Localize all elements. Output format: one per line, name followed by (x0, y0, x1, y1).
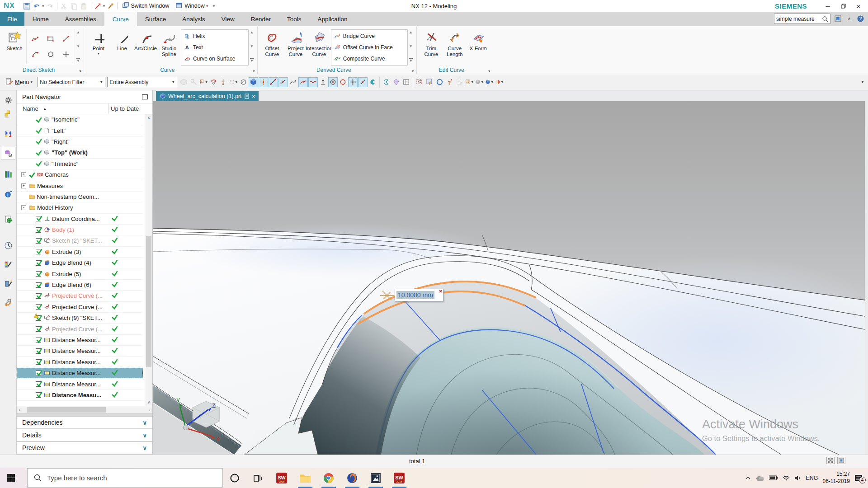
toolbar-handwin[interactable] (425, 77, 434, 87)
toolbar-shade[interactable]: ▼ (495, 77, 504, 87)
graphics-viewport[interactable]: X Y Z 10.0000 mm ✕ Activate Windows Go t… (153, 101, 868, 455)
ribbon-button-intersection-curve[interactable]: IntersectionCurve (307, 28, 331, 57)
tab-surface[interactable]: Surface (137, 12, 175, 26)
ribbon-list-item-helix[interactable]: Helix (184, 33, 245, 40)
toolbar-cubeblue[interactable]: ▼ (485, 77, 494, 87)
selection-scope-combo[interactable]: Entire Assembly▼ (107, 77, 177, 87)
tag-button[interactable] (94, 1, 103, 10)
start-button[interactable] (0, 468, 22, 488)
tree-row[interactable]: Projected Curve (... (17, 324, 143, 334)
tree-row[interactable]: Distance Measu... (17, 390, 143, 401)
toolbar-b-line[interactable] (269, 77, 278, 87)
ribbon-list-item-offset-curve-in-face[interactable]: Offset Curve in Face (334, 44, 405, 51)
toolbar-b-wave[interactable] (308, 77, 318, 87)
selection-filter-combo[interactable]: No Selection Filter▼ (38, 77, 105, 87)
fullscreen-icon[interactable] (834, 15, 842, 23)
panel-details[interactable]: Details∨ (17, 429, 152, 442)
toolbar-gridor[interactable]: ▼ (465, 77, 474, 87)
undo-button[interactable] (33, 1, 42, 10)
tree-horizontal-scrollbar[interactable]: ‹ › (17, 406, 152, 413)
toolbar-docpen[interactable] (455, 77, 464, 87)
checkbox[interactable] (36, 282, 42, 288)
resource-asm[interactable] (1, 108, 15, 119)
tab-application[interactable]: Application (309, 12, 355, 26)
taskbar-app-folder-app[interactable] (293, 468, 317, 488)
tree-row[interactable]: Edge Blend (6) (17, 280, 143, 291)
ribbon-list-item-composite-curve[interactable]: Composite Curve (334, 55, 405, 62)
resource-rainbow[interactable] (1, 258, 15, 270)
toolbar-flag[interactable]: ▼ (199, 77, 208, 87)
checkbox[interactable] (36, 315, 42, 321)
checkbox[interactable] (36, 381, 42, 387)
checkbox[interactable] (36, 271, 42, 277)
checkbox[interactable] (36, 348, 42, 354)
network-icon[interactable] (783, 475, 790, 481)
tooltip-close-icon[interactable]: ✕ (439, 289, 443, 294)
resource-colwand[interactable] (1, 277, 15, 289)
checkbox[interactable] (36, 370, 42, 376)
gallery-line-s[interactable] (59, 32, 73, 46)
resource-partnav[interactable] (1, 147, 15, 159)
clock[interactable]: 15:27 06-11-2019 (823, 471, 850, 485)
toolbar-cubegray[interactable]: ▼ (475, 77, 484, 87)
toolbar-gem[interactable] (392, 77, 401, 87)
tree-row[interactable]: Distance Measur... (17, 379, 143, 389)
taskbar-app-sw[interactable]: SW2018 (387, 468, 411, 488)
tree-row[interactable]: Non-timestamp Geom... (17, 192, 143, 202)
checkbox[interactable] (36, 304, 42, 310)
ribbon-button-project-curve[interactable]: ProjectCurve (284, 28, 307, 57)
expander-icon[interactable]: + (21, 172, 26, 177)
window-menu[interactable]: Window ▼▼ (172, 1, 218, 11)
tree-row[interactable]: Extrude (3) (17, 247, 143, 258)
ribbon-button-sketch[interactable]: Sketch (3, 28, 26, 52)
taskbar-app-chrome[interactable] (317, 468, 340, 488)
resource-pageglobe[interactable] (1, 213, 15, 225)
close-button[interactable]: × (852, 1, 865, 10)
ribbon-button-offset-curve[interactable]: OffsetCurve (260, 28, 284, 57)
restore-button[interactable] (836, 1, 850, 10)
minimize-button[interactable]: ─ (821, 1, 835, 10)
panel-dependencies[interactable]: Dependencies∨ (17, 417, 152, 429)
gallery-rect-s[interactable] (44, 32, 57, 46)
tree-row[interactable]: Distance Measur... (17, 335, 143, 346)
tree-row[interactable]: "Isometric" (17, 114, 143, 125)
checkbox[interactable] (36, 392, 42, 398)
taskbar-app-firefox[interactable] (340, 468, 364, 488)
tree-row[interactable]: Extrude (5) (17, 268, 143, 279)
toolbar-winsel[interactable] (415, 77, 425, 87)
action-center-icon[interactable]: 4 (854, 474, 863, 482)
tab-view[interactable]: View (213, 12, 243, 26)
toolbar-ring[interactable] (435, 77, 444, 87)
resource-tools[interactable] (1, 296, 15, 308)
toolbar-b-odot[interactable] (328, 77, 338, 87)
tree-row[interactable]: "Left" (17, 125, 143, 136)
tree-row[interactable]: Datum Coordina... (17, 214, 143, 225)
toolbar-b-slash[interactable] (358, 77, 368, 87)
tree-row[interactable]: Sketch (2) "SKET... (17, 235, 143, 246)
close-tab-icon[interactable]: × (252, 94, 255, 99)
toolbar-g-key[interactable] (189, 77, 198, 87)
resource-books[interactable] (1, 168, 15, 180)
toolbar-b-cube[interactable] (249, 77, 258, 87)
tree-row[interactable]: Projected Curve (... (17, 291, 143, 301)
minimize-ribbon-icon[interactable]: ∧ (845, 15, 853, 23)
ribbon-button-line[interactable]: Line (110, 28, 134, 52)
task-view-button[interactable] (246, 468, 270, 488)
toolbar-b-pac2[interactable] (382, 77, 391, 87)
panel-preview[interactable]: Preview∨ (17, 442, 152, 455)
expander-icon[interactable]: - (21, 205, 26, 210)
ribbon-button-arc-circle[interactable]: Arc/Circle (134, 28, 157, 52)
tree-row[interactable]: "Top" (Work) (17, 147, 143, 158)
toolbar-snapdisc[interactable] (239, 77, 248, 87)
resource-info[interactable]: i (1, 188, 15, 200)
taskbar-search-input[interactable]: Type here to search (27, 468, 223, 488)
tree-row[interactable]: Body (1) (17, 225, 143, 235)
tree-row[interactable]: Distance Measur... (17, 346, 143, 357)
tab-analysis[interactable]: Analysis (174, 12, 213, 26)
resource-constraint[interactable] (1, 127, 15, 139)
toolbar-b-up[interactable] (318, 77, 328, 87)
measurement-tooltip[interactable]: 10.0000 mm ✕ (395, 289, 443, 301)
cortana-button[interactable] (223, 468, 246, 488)
checkbox[interactable] (36, 249, 42, 255)
toolbar-drag[interactable] (219, 77, 228, 87)
